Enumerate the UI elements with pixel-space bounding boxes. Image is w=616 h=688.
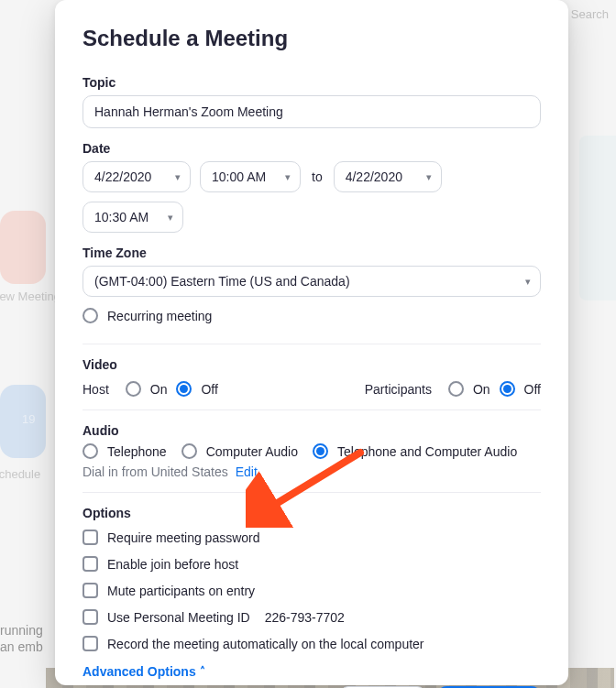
audio-computer-radio[interactable] <box>182 443 197 459</box>
video-host-off-radio[interactable] <box>176 381 192 397</box>
start-date-value: 4/22/2020 <box>94 169 151 184</box>
video-participants-on-label: On <box>473 382 490 397</box>
audio-computer-label: Computer Audio <box>206 444 298 459</box>
video-participants-label: Participants <box>365 382 432 397</box>
video-label: Video <box>82 357 541 372</box>
video-participants-group: Participants On Off <box>365 381 541 397</box>
option-record-local-checkbox[interactable] <box>82 636 98 651</box>
timezone-dropdown[interactable]: (GMT-04:00) Eastern Time (US and Canada)… <box>82 266 541 297</box>
bg-cal-day: 19 <box>22 412 35 426</box>
option-use-pmi-number: 226-793-7702 <box>265 610 345 625</box>
end-date-dropdown[interactable]: 4/22/2020 ▾ <box>334 161 442 192</box>
chevron-up-icon: ˄ <box>200 665 205 678</box>
bg-right-panel <box>579 136 616 300</box>
video-host-on-radio[interactable] <box>126 381 141 397</box>
option-record-local-label: Record the meeting automatically on the … <box>107 637 424 651</box>
option-join-before-host-checkbox[interactable] <box>82 556 98 572</box>
video-participants-off-label: Off <box>524 382 541 397</box>
divider <box>82 344 541 344</box>
option-require-password-checkbox[interactable] <box>82 530 98 545</box>
option-join-before-host-label: Enable join before host <box>107 557 238 572</box>
video-host-on-label: On <box>150 382 168 397</box>
audio-telephone-radio[interactable] <box>82 443 98 459</box>
options-label: Options <box>82 506 541 520</box>
divider <box>82 410 541 410</box>
end-time-dropdown[interactable]: 10:30 AM ▾ <box>82 202 183 233</box>
video-host-group: Host On Off <box>82 381 218 397</box>
chevron-down-icon: ▾ <box>525 276 531 288</box>
start-time-value: 10:00 AM <box>212 169 266 184</box>
start-date-dropdown[interactable]: 4/22/2020 ▾ <box>82 161 191 192</box>
bg-new-meeting-label: New Meeting <box>0 289 60 303</box>
end-date-value: 4/22/2020 <box>346 169 402 184</box>
chevron-down-icon: ▾ <box>285 171 291 183</box>
video-host-off-label: Off <box>201 382 217 397</box>
date-row: 4/22/2020 ▾ 10:00 AM ▾ to 4/22/2020 ▾ 10… <box>82 161 541 233</box>
bg-new-meeting-tile <box>0 211 46 284</box>
dial-in-text: Dial in from United States <box>82 464 228 479</box>
advanced-options-label: Advanced Options <box>82 664 196 679</box>
end-time-value: 10:30 AM <box>94 210 148 224</box>
video-row: Host On Off Participants On Off <box>82 381 541 397</box>
option-require-password-label: Require meeting password <box>107 530 260 545</box>
option-use-pmi-label: Use Personal Meeting ID <box>107 610 250 625</box>
schedule-meeting-modal: Schedule a Meeting Topic Date 4/22/2020 … <box>55 0 568 685</box>
audio-both-label: Telephone and Computer Audio <box>337 444 517 459</box>
recurring-meeting-checkbox[interactable] <box>82 308 98 323</box>
chevron-down-icon: ▾ <box>426 171 432 183</box>
modal-title: Schedule a Meeting <box>82 26 541 51</box>
video-host-label: Host <box>82 382 109 397</box>
advanced-options-toggle[interactable]: Advanced Options ˄ <box>82 664 541 679</box>
modal-footer: Cancel Schedule <box>82 679 541 688</box>
divider <box>82 492 541 493</box>
to-label: to <box>310 169 324 184</box>
bg-schedule-label: Schedule <box>0 467 40 481</box>
video-participants-on-radio[interactable] <box>448 381 464 397</box>
audio-telephone-label: Telephone <box>107 444 167 459</box>
date-label: Date <box>82 141 541 156</box>
audio-label: Audio <box>82 423 541 438</box>
recurring-meeting-label: Recurring meeting <box>107 309 212 323</box>
start-time-dropdown[interactable]: 10:00 AM ▾ <box>200 161 301 192</box>
dial-in-edit-link[interactable]: Edit <box>236 464 258 479</box>
topic-label: Topic <box>82 75 541 90</box>
audio-both-radio[interactable] <box>313 443 328 459</box>
chevron-down-icon: ▾ <box>168 212 173 224</box>
chevron-down-icon: ▾ <box>175 171 181 183</box>
video-participants-off-radio[interactable] <box>500 381 515 397</box>
topic-input[interactable] <box>82 95 541 128</box>
option-mute-on-entry-label: Mute participants on entry <box>107 584 255 598</box>
audio-row: Telephone Computer Audio Telephone and C… <box>82 443 541 459</box>
option-use-pmi-checkbox[interactable] <box>82 609 98 625</box>
option-mute-on-entry-checkbox[interactable] <box>82 583 98 598</box>
timezone-value: (GMT-04:00) Eastern Time (US and Canada) <box>94 274 350 289</box>
bg-article-text: runningan emb <box>0 622 43 655</box>
timezone-label: Time Zone <box>82 246 541 260</box>
